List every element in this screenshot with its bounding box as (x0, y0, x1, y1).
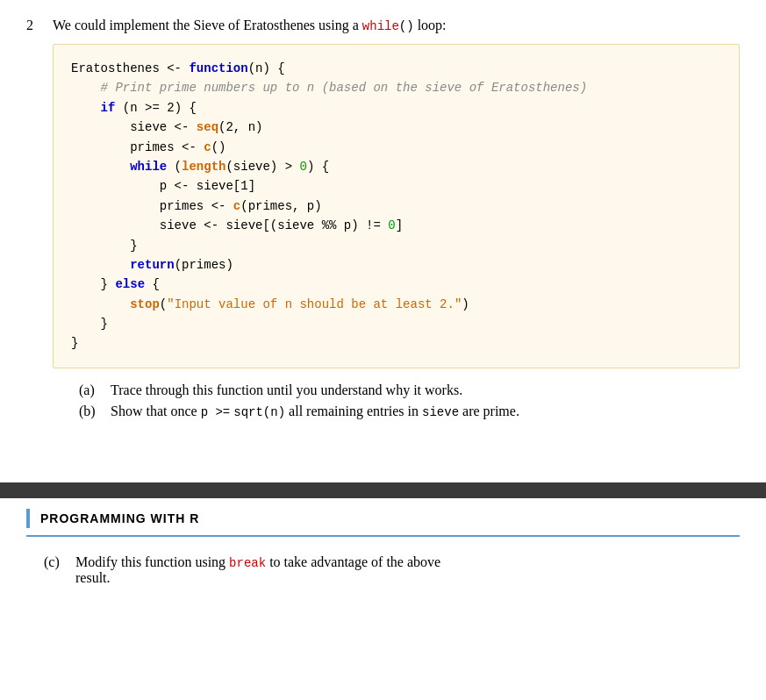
sub-c-text: Modify this function using break to take… (75, 554, 740, 586)
sub-a-text: Trace through this function until you un… (111, 382, 740, 398)
sub-b-code3: sieve (422, 405, 459, 419)
intro-end: loop: (418, 18, 447, 32)
sub-c-code: break (229, 556, 266, 570)
code-line-15: } (71, 333, 721, 353)
code-line-13: stop("Input value of n should be at leas… (71, 295, 721, 314)
while-loop-code: while() (362, 19, 414, 33)
code-line-6: while (length(sieve) > 0) { (71, 157, 721, 176)
section-bar-accent (26, 509, 30, 528)
sub-c-label: (c) (44, 554, 68, 586)
code-line-7: p <- sieve[1] (71, 176, 721, 196)
main-content: 2 We could implement the Sieve of Eratos… (0, 0, 766, 456)
code-line-9: sieve <- sieve[(sieve %% p) != 0] (71, 216, 721, 235)
divider-bar (0, 482, 766, 498)
code-block: Eratosthenes <- function(n) { # Print pr… (53, 44, 740, 368)
section-header: PROGRAMMING WITH R (26, 498, 740, 537)
sub-questions: (a) Trace through this function until yo… (79, 382, 740, 419)
bottom-section: PROGRAMMING WITH R (c) Modify this funct… (0, 498, 766, 609)
code-line-1: Eratosthenes <- function(n) { (71, 59, 721, 78)
sub-c-pre: Modify this function using (75, 554, 226, 569)
sub-b-end: are prime. (462, 404, 519, 418)
sub-b-text: Show that once p >= sqrt(n) all remainin… (111, 404, 740, 419)
sub-b-code2: sqrt(n) (233, 405, 285, 419)
code-line-14: } (71, 314, 721, 333)
sub-question-b: (b) Show that once p >= sqrt(n) all rema… (79, 404, 740, 419)
code-line-4: sieve <- seq(2, n) (71, 118, 721, 137)
question-intro: We could implement the Sieve of Eratosth… (53, 18, 740, 425)
code-line-8: primes <- c(primes, p) (71, 196, 721, 216)
sub-question-a: (a) Trace through this function until yo… (79, 382, 740, 398)
sub-b-code1: p >= (201, 405, 231, 419)
sub-b-pre: Show that once (111, 404, 197, 418)
intro-text: We could implement the Sieve of Eratosth… (53, 18, 359, 32)
code-line-3: if (n >= 2) { (71, 98, 721, 118)
sub-b-label: (b) (79, 404, 104, 419)
sub-a-label: (a) (79, 382, 104, 398)
question-2: 2 We could implement the Sieve of Eratos… (26, 18, 740, 425)
code-line-10: } (71, 236, 721, 255)
question-number: 2 (26, 18, 44, 425)
code-line-5: primes <- c() (71, 138, 721, 157)
section-title: PROGRAMMING WITH R (40, 511, 199, 525)
sub-question-c: (c) Modify this function using break to … (44, 554, 740, 586)
code-line-12: } else { (71, 275, 721, 294)
sub-b-mid: all remaining entries in (289, 404, 422, 418)
code-line-11: return(primes) (71, 255, 721, 275)
code-line-2: # Print prime numbers up to n (based on … (71, 78, 721, 97)
